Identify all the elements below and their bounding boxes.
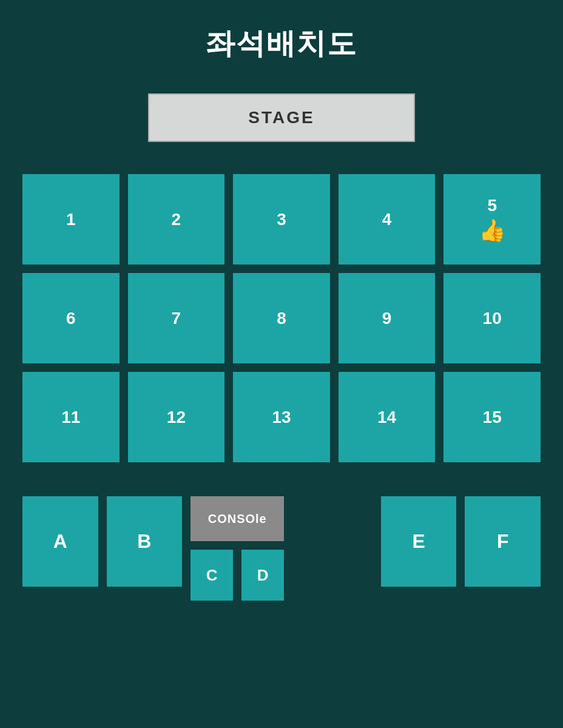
seat-f[interactable]: F [463,494,542,588]
seat-13[interactable]: 13 [231,370,332,464]
seat-2[interactable]: 2 [126,172,227,266]
seat-row-1: 1 2 3 4 5 👍 [21,172,542,266]
seat-10[interactable]: 10 [442,271,542,365]
seat-8[interactable]: 8 [231,271,332,365]
seat-5[interactable]: 5 👍 [442,172,542,266]
seat-6[interactable]: 6 [21,271,121,365]
seat-row-2: 6 7 8 9 10 [21,271,542,365]
seat-e[interactable]: E [379,494,459,588]
seat-12[interactable]: 12 [126,370,227,464]
console-column: CONSOle C D [189,494,286,602]
back-section: A B CONSOle C D E F [21,494,542,602]
stage-wrapper: STAGE [148,93,415,142]
seat-15[interactable]: 15 [442,370,542,464]
stage-box: STAGE [148,93,415,142]
seat-row-3: 11 12 13 14 15 [21,370,542,464]
console-box: CONSOle [189,494,286,543]
seating-area: 1 2 3 4 5 👍 6 7 8 9 10 [21,172,542,464]
seat-d[interactable]: D [240,548,286,602]
seat-11[interactable]: 11 [21,370,121,464]
seat-3[interactable]: 3 [231,172,332,266]
seat-9[interactable]: 9 [337,271,437,365]
seat-a[interactable]: A [21,494,100,588]
seat-1[interactable]: 1 [21,172,121,266]
seat-14[interactable]: 14 [337,370,437,464]
cd-row: C D [189,548,286,602]
seat-c[interactable]: C [189,548,235,602]
page-title: 좌석배치도 [206,24,357,63]
seat-4[interactable]: 4 [337,172,437,266]
seat-7[interactable]: 7 [126,271,227,365]
seat-b[interactable]: B [105,494,184,588]
